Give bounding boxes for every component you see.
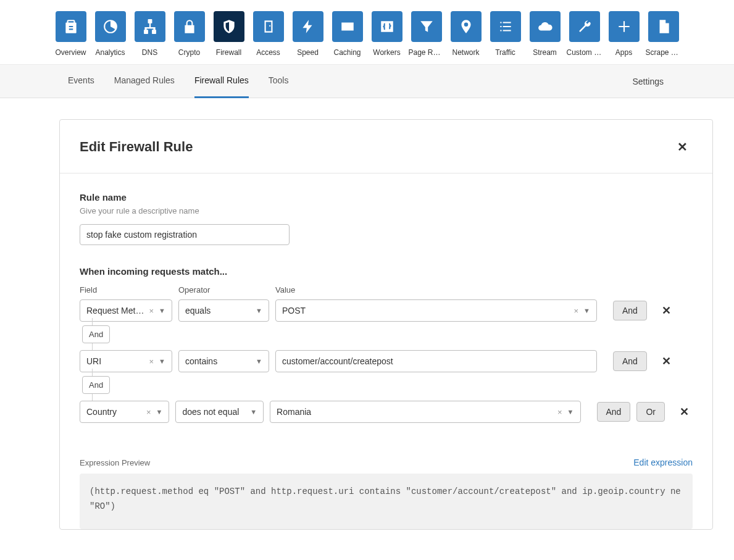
col-header-field: Field [80, 285, 172, 295]
and-button[interactable]: And [597, 402, 631, 422]
card-header: Edit Firewall Rule ✕ [60, 120, 712, 173]
door-icon [253, 11, 284, 42]
nav-dns[interactable]: DNS [135, 11, 165, 57]
operator-select[interactable]: contains▼ [178, 350, 269, 372]
or-button[interactable]: Or [636, 402, 665, 422]
rule-name-input[interactable] [80, 224, 290, 245]
settings-link[interactable]: Settings [632, 77, 719, 86]
match-section-title: When incoming requests match... [80, 266, 693, 277]
value-text: Romania [277, 407, 554, 417]
rule-row: Request Meth...×▼equals▼POST×▼And✕ [80, 299, 693, 322]
tab-firewall-rules[interactable]: Firewall Rules [194, 65, 249, 98]
field-value: URI [86, 356, 146, 366]
field-select[interactable]: Country×▼ [80, 401, 169, 423]
clear-icon[interactable]: × [146, 306, 158, 316]
rule-row: Country×▼does not equal▼Romania×▼AndOr✕ [80, 401, 693, 423]
clear-icon[interactable]: × [570, 306, 583, 316]
nav-analytics[interactable]: Analytics [95, 11, 126, 57]
operator-select[interactable]: equals▼ [178, 299, 269, 322]
nav-label: Page Rules [409, 48, 444, 57]
value-input[interactable]: POST×▼ [275, 299, 597, 322]
nav-page-rules[interactable]: Page Rules [411, 11, 442, 57]
rule-name-help: Give your rule a descriptive name [80, 206, 693, 215]
field-select[interactable]: URI×▼ [80, 350, 172, 372]
edit-expression-link[interactable]: Edit expression [633, 458, 693, 467]
card-title: Edit Firewall Rule [80, 139, 193, 155]
firewall-rule-card: Edit Firewall Rule ✕ Rule name Give your… [59, 119, 713, 530]
expression-label: Expression Preview [80, 458, 150, 467]
field-value: Country [86, 407, 143, 417]
clear-icon[interactable]: × [146, 357, 158, 366]
field-select[interactable]: Request Meth...×▼ [80, 299, 172, 322]
operator-select[interactable]: does not equal▼ [175, 401, 264, 423]
card-icon [332, 11, 363, 42]
and-button[interactable]: And [613, 351, 647, 371]
tab-tools[interactable]: Tools [269, 65, 289, 98]
chevron-down-icon: ▼ [256, 307, 262, 314]
nav-label: Access [256, 48, 280, 57]
connector: And [91, 372, 693, 401]
chevron-down-icon: ▼ [583, 307, 590, 314]
value-input[interactable]: customer/account/createpost [275, 350, 597, 372]
pie-icon [95, 11, 126, 42]
operator-value: contains [185, 356, 254, 366]
nav-label: Network [452, 48, 479, 57]
shield-icon [214, 11, 244, 42]
nav-label: Overview [56, 48, 86, 57]
plus-icon [609, 11, 640, 42]
logic-buttons: AndOr [597, 402, 665, 422]
col-header-value: Value [275, 285, 597, 295]
nav-label: Crypto [178, 48, 200, 57]
clear-icon[interactable]: × [554, 407, 566, 417]
tab-events[interactable]: Events [68, 65, 94, 98]
nav-label: Speed [297, 48, 319, 57]
nav-traffic[interactable]: Traffic [490, 11, 521, 57]
nav-custom-p-[interactable]: Custom P... [569, 11, 600, 57]
connector-label[interactable]: And [82, 376, 110, 394]
nav-crypto[interactable]: Crypto [174, 11, 205, 57]
col-header-operator: Operator [178, 285, 269, 295]
nav-label: Firewall [216, 48, 241, 57]
nav-network[interactable]: Network [451, 11, 482, 57]
rule-name-label: Rule name [80, 192, 693, 203]
nav-firewall[interactable]: Firewall [214, 11, 244, 57]
field-value: Request Meth... [86, 306, 146, 316]
rule-rows: Request Meth...×▼equals▼POST×▼And✕AndURI… [80, 299, 693, 423]
nav-label: DNS [142, 48, 157, 57]
nav-workers[interactable]: Workers [372, 11, 402, 57]
remove-row-icon[interactable]: ✕ [658, 352, 675, 370]
rule-row: URI×▼contains▼customer/account/createpos… [80, 350, 693, 372]
bolt-icon [293, 11, 323, 42]
clear-icon[interactable]: × [143, 407, 155, 417]
expression-header: Expression Preview Edit expression [80, 458, 693, 467]
chevron-down-icon: ▼ [159, 307, 165, 314]
sub-nav: EventsManaged RulesFirewall RulesTools S… [0, 65, 734, 98]
nav-overview[interactable]: Overview [56, 11, 86, 57]
close-icon[interactable]: ✕ [672, 137, 693, 157]
connector-label[interactable]: And [82, 325, 110, 343]
remove-row-icon[interactable]: ✕ [658, 301, 675, 320]
nav-apps[interactable]: Apps [609, 11, 640, 57]
tab-managed-rules[interactable]: Managed Rules [114, 65, 175, 98]
nav-scrape-shi-[interactable]: Scrape Shi... [648, 11, 679, 57]
chevron-down-icon: ▼ [250, 408, 257, 416]
cloud-icon [530, 11, 561, 42]
value-text: customer/account/createpost [282, 356, 590, 366]
nav-label: Traffic [495, 48, 515, 57]
wrench-icon [569, 11, 600, 42]
funnel-icon [411, 11, 442, 42]
chevron-down-icon: ▼ [567, 408, 574, 416]
sitemap-icon [135, 11, 165, 42]
nav-label: Stream [533, 48, 557, 57]
and-button[interactable]: And [613, 301, 647, 320]
remove-row-icon[interactable]: ✕ [676, 403, 693, 421]
value-input[interactable]: Romania×▼ [270, 401, 580, 423]
nav-speed[interactable]: Speed [293, 11, 323, 57]
nav-label: Analytics [95, 48, 125, 57]
clipboard-icon [56, 11, 86, 42]
nav-stream[interactable]: Stream [530, 11, 561, 57]
nav-caching[interactable]: Caching [332, 11, 363, 57]
nav-access[interactable]: Access [253, 11, 284, 57]
logic-buttons: And [613, 301, 647, 320]
chevron-down-icon: ▼ [256, 357, 262, 365]
